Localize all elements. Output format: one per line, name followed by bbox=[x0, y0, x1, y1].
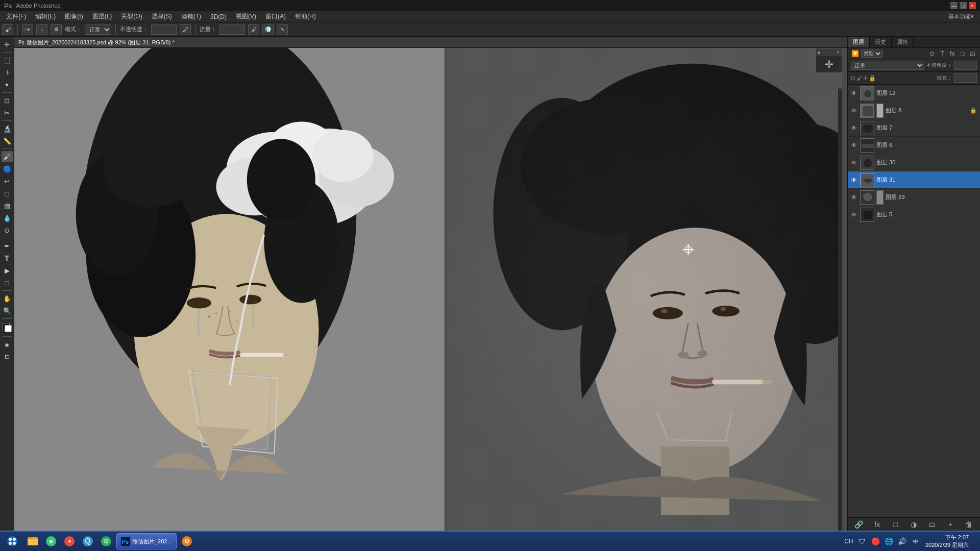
start-button[interactable] bbox=[2, 533, 22, 549]
layer-item-12[interactable]: 👁 图层 12 bbox=[848, 85, 980, 102]
layer-visibility-7[interactable]: 👁 bbox=[850, 124, 858, 132]
flow-input[interactable]: 100% bbox=[219, 24, 245, 35]
layer-icon-4[interactable]: □ bbox=[959, 49, 967, 58]
blur-tool[interactable]: 💧 bbox=[2, 212, 13, 223]
layer-item-30[interactable]: 👁 图层 30 bbox=[848, 154, 980, 171]
document-tab[interactable]: Ps 微信图片_20200224183325.psd @ 92% (图层 31,… bbox=[14, 37, 847, 48]
taskbar-browser[interactable]: e bbox=[43, 533, 59, 549]
tab-properties[interactable]: 属性 bbox=[892, 37, 914, 47]
layer-item-31[interactable]: 👁 图层 31 bbox=[848, 171, 980, 189]
menu-type[interactable]: 关型(O) bbox=[117, 11, 146, 22]
brush-mode-settings[interactable]: ⚙ bbox=[51, 24, 62, 35]
hand-tool[interactable]: ✋ bbox=[2, 293, 13, 304]
layer-icon-2[interactable]: T bbox=[938, 49, 946, 58]
path-selection-tool[interactable]: ▶ bbox=[2, 265, 13, 276]
add-layer-style-btn[interactable]: fx bbox=[871, 519, 884, 530]
brush-tool-btn[interactable]: 🖌 bbox=[2, 24, 13, 35]
pressure-opacity-btn[interactable]: 🖋 bbox=[180, 24, 191, 35]
layer-filter-select[interactable]: 类型 bbox=[861, 49, 883, 58]
taskbar-app6[interactable]: ⚙ bbox=[179, 533, 195, 549]
float-panel-expand[interactable]: ▸ bbox=[818, 49, 821, 55]
tray-keyboard[interactable]: CH bbox=[844, 536, 854, 546]
menu-select[interactable]: 选择(S) bbox=[148, 11, 176, 22]
fill-input[interactable]: 100% bbox=[954, 73, 977, 83]
tray-antivirus[interactable]: 🔴 bbox=[870, 536, 880, 546]
layer-visibility-6[interactable]: 👁 bbox=[850, 141, 858, 149]
layer-icon-1[interactable]: ⊙ bbox=[928, 49, 936, 58]
opacity-input[interactable]: 100% bbox=[151, 24, 177, 35]
layer-item-7[interactable]: 👁 图层 7 bbox=[848, 119, 980, 137]
shape-tool[interactable]: □ bbox=[2, 277, 13, 288]
tab-layers[interactable]: 图层 bbox=[848, 37, 870, 47]
slice-tool[interactable]: ✂ bbox=[2, 107, 13, 118]
new-group-btn[interactable]: 🗂 bbox=[926, 519, 938, 530]
minimize-button[interactable]: — bbox=[950, 2, 958, 9]
canvas-wrapper[interactable]: ▸ × ✛ bbox=[14, 48, 842, 531]
layer-icon-5[interactable]: 🗂 bbox=[969, 49, 977, 58]
brush-tool[interactable]: 🖌 bbox=[2, 151, 13, 162]
taskbar-app4[interactable]: Q bbox=[80, 533, 96, 549]
layer-item-6[interactable]: 👁 图层 6 bbox=[848, 137, 980, 154]
tab-history[interactable]: 历史 bbox=[870, 37, 892, 47]
layer-visibility-12[interactable]: 👁 bbox=[850, 89, 858, 97]
text-tool[interactable]: T bbox=[2, 253, 13, 264]
move-tool[interactable]: ✛ bbox=[2, 39, 13, 50]
add-mask-btn[interactable]: □ bbox=[890, 519, 902, 530]
layer-icon-3[interactable]: fx bbox=[948, 49, 957, 58]
eraser-tool[interactable]: ◻ bbox=[2, 188, 13, 199]
quick-mask-btn[interactable]: ◉ bbox=[2, 339, 13, 350]
layer-visibility-31[interactable]: 👁 bbox=[850, 176, 858, 184]
delete-layer-btn[interactable]: 🗑 bbox=[963, 519, 975, 530]
zoom-tool[interactable]: 🔍 bbox=[2, 305, 13, 316]
airbrush-btn[interactable]: 💨 bbox=[262, 24, 274, 35]
tray-security[interactable]: 🛡 bbox=[857, 536, 867, 546]
lock-position-icon[interactable]: ✛ bbox=[863, 75, 868, 82]
new-layer-btn[interactable]: + bbox=[944, 519, 957, 530]
menu-edit[interactable]: 编辑(E) bbox=[31, 11, 60, 22]
dodge-tool[interactable]: ⊙ bbox=[2, 224, 13, 236]
taskbar-photoshop-btn[interactable]: Ps 微信图片_202... bbox=[116, 533, 177, 549]
stamp-tool[interactable]: 🔵 bbox=[2, 163, 13, 174]
taskbar-clock[interactable]: 下午 2:07 2020/2/29 星期六 bbox=[923, 534, 971, 549]
tray-audio[interactable]: 🔊 bbox=[897, 536, 907, 546]
maximize-button[interactable]: □ bbox=[960, 2, 967, 9]
layer-visibility-8[interactable]: 👁 bbox=[850, 107, 858, 115]
brush-preset-btn[interactable]: □▾ bbox=[22, 24, 33, 35]
menu-help[interactable]: 帮助(H) bbox=[291, 11, 320, 22]
lock-pixels-icon[interactable]: 🖌 bbox=[856, 75, 862, 81]
menu-window[interactable]: 窗口(A) bbox=[261, 11, 290, 22]
history-brush-tool[interactable]: ↩ bbox=[2, 176, 13, 187]
wand-tool[interactable]: ✦ bbox=[2, 79, 13, 90]
eyedropper-tool[interactable]: 🔬 bbox=[2, 123, 13, 134]
menu-layer[interactable]: 图层(L) bbox=[88, 11, 116, 22]
layer-visibility-5[interactable]: 👁 bbox=[850, 211, 858, 219]
taskbar-explorer[interactable] bbox=[24, 533, 41, 549]
taskbar-app3[interactable]: ✦ bbox=[61, 533, 78, 549]
ruler-tool[interactable]: 📏 bbox=[2, 135, 13, 146]
taskbar-app5[interactable]: ⊕ bbox=[98, 533, 114, 549]
crop-tool[interactable]: ⊡ bbox=[2, 95, 13, 106]
menu-file[interactable]: 文件(F) bbox=[2, 11, 30, 22]
tray-network[interactable]: 🌐 bbox=[884, 536, 894, 546]
blend-mode-select[interactable]: 正常 bbox=[85, 24, 111, 35]
layer-filter-kind[interactable]: 🔽 bbox=[851, 49, 859, 58]
close-button[interactable]: × bbox=[969, 2, 976, 9]
marquee-tool[interactable]: ⬚ bbox=[2, 55, 13, 66]
layer-blend-mode[interactable]: 正常 正片叠底 滤色 叠加 bbox=[851, 61, 924, 70]
brush-size-btn[interactable]: ○ bbox=[36, 24, 47, 35]
menu-filter[interactable]: 滤镜(T) bbox=[177, 11, 205, 22]
layer-item-5[interactable]: 👁 图层 5 bbox=[848, 206, 980, 223]
menu-view[interactable]: 视图(V) bbox=[232, 11, 260, 22]
layer-item-8[interactable]: 👁 图层 8 🔒 bbox=[848, 102, 980, 119]
menu-image[interactable]: 图像(I) bbox=[61, 11, 87, 22]
smoothing-btn[interactable]: ∿ bbox=[277, 24, 288, 35]
tray-input-method[interactable]: 中 bbox=[910, 536, 920, 546]
lock-all-icon[interactable]: 🔒 bbox=[869, 75, 876, 82]
title-bar-controls[interactable]: — □ × bbox=[950, 2, 976, 9]
gradient-tool[interactable]: ▦ bbox=[2, 200, 13, 211]
float-panel-close[interactable]: × bbox=[837, 49, 840, 55]
lock-transparent-icon[interactable]: ⊡ bbox=[851, 75, 855, 82]
lasso-tool[interactable]: 𝓵 bbox=[2, 67, 13, 78]
workspace-selector[interactable]: 基本功能▾ bbox=[948, 13, 974, 19]
foreground-color[interactable] bbox=[2, 322, 13, 333]
